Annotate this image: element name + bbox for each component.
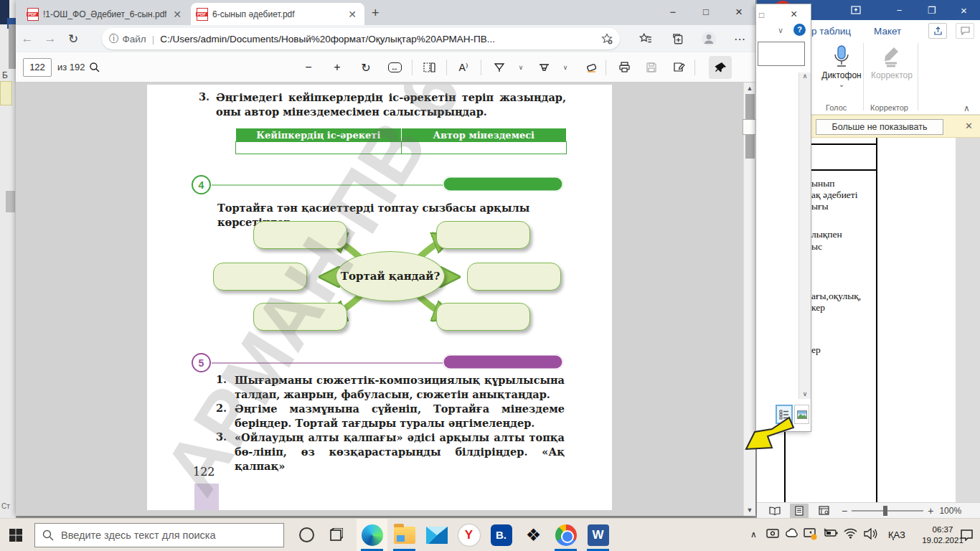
- volume-icon[interactable]: [864, 528, 878, 540]
- page-number-input[interactable]: 122: [23, 58, 52, 77]
- section4-row: 4 Жинақтау: [192, 175, 565, 197]
- onedrive-icon[interactable]: [785, 528, 799, 538]
- ribbon-collapse-icon[interactable]: ∧: [963, 103, 970, 113]
- tray-presentation-icon[interactable]: [804, 528, 817, 540]
- eraser-icon[interactable]: [581, 57, 601, 77]
- collections-icon[interactable]: [672, 28, 684, 50]
- draw-pen-icon[interactable]: [489, 57, 509, 77]
- tray-display-icon[interactable]: [766, 528, 779, 540]
- window-maximize-button[interactable]: □: [689, 0, 722, 24]
- browser-menu-icon[interactable]: ⋯: [734, 28, 745, 50]
- zoom-in-icon[interactable]: +: [928, 505, 933, 517]
- print-layout-icon[interactable]: [790, 504, 809, 518]
- word-restore-button[interactable]: ❐: [915, 5, 948, 16]
- battery-icon[interactable]: [824, 528, 838, 538]
- help-icon[interactable]: ?: [793, 24, 806, 36]
- add-favorite-star-icon[interactable]: [601, 33, 613, 44]
- section4-line: [212, 184, 446, 186]
- zoom-out-icon[interactable]: −: [842, 505, 847, 517]
- comments-icon[interactable]: [956, 23, 974, 39]
- scroll-down-icon[interactable]: ∨: [799, 390, 811, 397]
- tab-layout[interactable]: Макет: [874, 26, 901, 37]
- action-center-icon[interactable]: [960, 529, 974, 541]
- cortana-button[interactable]: [298, 527, 315, 543]
- taskbar-app-edge[interactable]: [357, 519, 387, 551]
- start-button[interactable]: [9, 528, 23, 542]
- tray-chevron-icon[interactable]: ∧: [750, 529, 757, 540]
- save-icon[interactable]: [641, 57, 661, 77]
- favorites-bar-icon[interactable]: [639, 28, 652, 50]
- zoom-level-label[interactable]: 100%: [939, 506, 961, 516]
- doc-text-fragment: ағы,оқулық,: [811, 291, 861, 302]
- scroll-up-icon[interactable]: ∧: [799, 72, 811, 80]
- back-icon[interactable]: ←: [16, 32, 39, 46]
- draw-pen-chevron-icon[interactable]: ∨: [511, 57, 531, 77]
- dictate-label: Диктофон: [821, 70, 862, 80]
- window-close-button[interactable]: ×: [722, 0, 755, 24]
- tab-inactive-pdf[interactable]: PDF !1-ОШ_ФО_Әдебиет_6-сын.pdf ✕: [22, 3, 189, 25]
- zoom-slider-handle[interactable]: [883, 506, 887, 516]
- notification-close-icon[interactable]: ✕: [965, 121, 973, 131]
- taskbar-search-input[interactable]: Введите здесь текст для поиска: [34, 523, 284, 547]
- scroll-down-icon[interactable]: ▼: [744, 507, 755, 514]
- address-bar[interactable]: ⓘ Файл | C:/Users/admin/Documents/Новый%…: [102, 28, 620, 50]
- word-close-button[interactable]: ×: [948, 4, 980, 17]
- taskbar-app-mail[interactable]: [421, 519, 452, 551]
- zoom-slider[interactable]: [852, 510, 923, 512]
- zoom-out-icon[interactable]: −: [298, 57, 319, 77]
- dictate-button[interactable]: Диктофон ⌄: [821, 44, 862, 88]
- read-aloud-icon[interactable]: A⁾: [453, 57, 473, 77]
- tab-close-icon[interactable]: ✕: [171, 9, 184, 20]
- ribbon-display-options-icon[interactable]: [851, 6, 883, 14]
- task-view-button[interactable]: [329, 528, 343, 542]
- page-info-icon[interactable]: ⓘ: [109, 32, 119, 45]
- zoom-in-icon[interactable]: +: [327, 57, 347, 77]
- taskbar-app-chrome[interactable]: [550, 519, 581, 551]
- window-minimize-button[interactable]: −: [656, 0, 689, 24]
- wifi-icon[interactable]: [844, 528, 857, 539]
- print-icon[interactable]: [614, 57, 634, 77]
- scroll-up-icon[interactable]: ▲: [744, 85, 755, 92]
- corrector-button[interactable]: Корректор: [869, 44, 915, 80]
- page-view-icon[interactable]: [419, 57, 439, 77]
- word-minimize-button[interactable]: −: [883, 5, 915, 16]
- pin-toolbar-button[interactable]: [709, 56, 732, 79]
- forward-icon[interactable]: →: [39, 32, 62, 46]
- refresh-icon[interactable]: ↻: [62, 32, 85, 47]
- taskbar-app-booking[interactable]: B.: [486, 519, 517, 551]
- thumbnail-view-button[interactable]: [794, 405, 809, 424]
- tab-close-icon[interactable]: ✕: [346, 9, 359, 20]
- highlighter-icon[interactable]: [534, 57, 554, 77]
- save-as-icon[interactable]: [669, 57, 689, 77]
- dialog-close-button[interactable]: ×: [791, 8, 797, 21]
- pin-icon: [715, 62, 726, 73]
- web-layout-icon[interactable]: [814, 504, 833, 518]
- dialog-chevron-icon[interactable]: ∨: [778, 26, 783, 35]
- share-icon[interactable]: [928, 23, 947, 39]
- taskbar-app-yandex[interactable]: Y: [453, 519, 484, 551]
- profile-avatar-icon[interactable]: [701, 28, 717, 50]
- background-scrollbar-thumb[interactable]: [6, 191, 15, 212]
- dialog-scrollbar[interactable]: ∧ ∨: [798, 72, 811, 399]
- highlighter-chevron-icon[interactable]: ∨: [555, 57, 575, 77]
- read-mode-icon[interactable]: [765, 504, 784, 518]
- dialog-input[interactable]: [758, 42, 805, 66]
- new-tab-button[interactable]: +: [372, 6, 380, 21]
- search-icon[interactable]: [85, 57, 105, 77]
- dont-show-again-button[interactable]: Больше не показывать: [816, 119, 943, 135]
- fit-width-icon[interactable]: ↔: [385, 57, 405, 77]
- rotate-icon[interactable]: ↻: [356, 57, 376, 77]
- taskbar-app-explorer[interactable]: [389, 519, 420, 551]
- clock[interactable]: 06:37 19.02.2021: [920, 524, 966, 546]
- tab-table-design-fragment[interactable]: р таблиц: [811, 26, 851, 37]
- pdf-viewport: АРМАН-ПВ 6 3. Әңгімедегі кейіпкерлердің …: [16, 83, 755, 516]
- dictate-chevron-icon[interactable]: ⌄: [821, 80, 862, 88]
- tab-label: !1-ОШ_ФО_Әдебиет_6-сын.pdf: [43, 9, 166, 19]
- pdf-page: АРМАН-ПВ 6 3. Әңгімедегі кейіпкерлердің …: [147, 85, 612, 510]
- taskbar-app-dropbox[interactable]: ❖: [518, 519, 549, 551]
- language-indicator[interactable]: ҚАЗ: [888, 529, 905, 540]
- tab-active-pdf[interactable]: PDF 6-сынып әдебиет.pdf ✕: [191, 3, 364, 25]
- list-item2-number: 2.: [216, 402, 227, 414]
- taskbar-app-word[interactable]: W: [583, 519, 613, 551]
- dialog-maximize-button[interactable]: □: [759, 10, 764, 20]
